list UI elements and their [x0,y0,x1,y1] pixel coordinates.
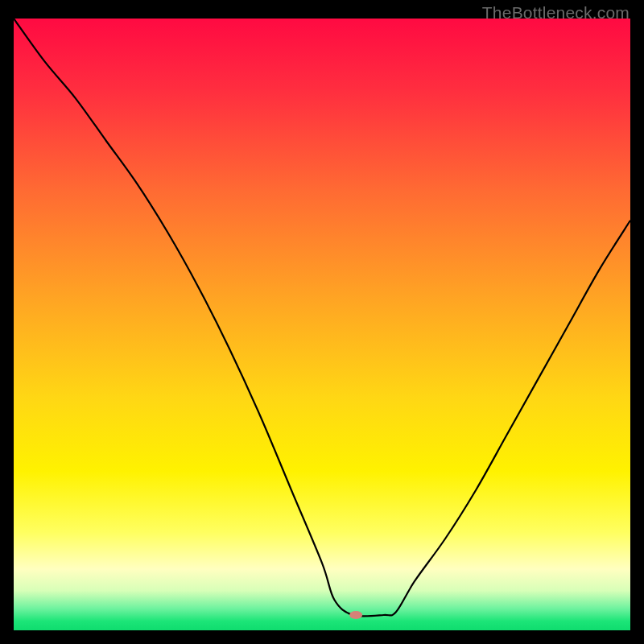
chart-background [14,19,630,630]
watermark-text: TheBottleneck.com [482,3,630,23]
optimal-point-marker [349,611,362,619]
bottleneck-chart [14,19,630,630]
